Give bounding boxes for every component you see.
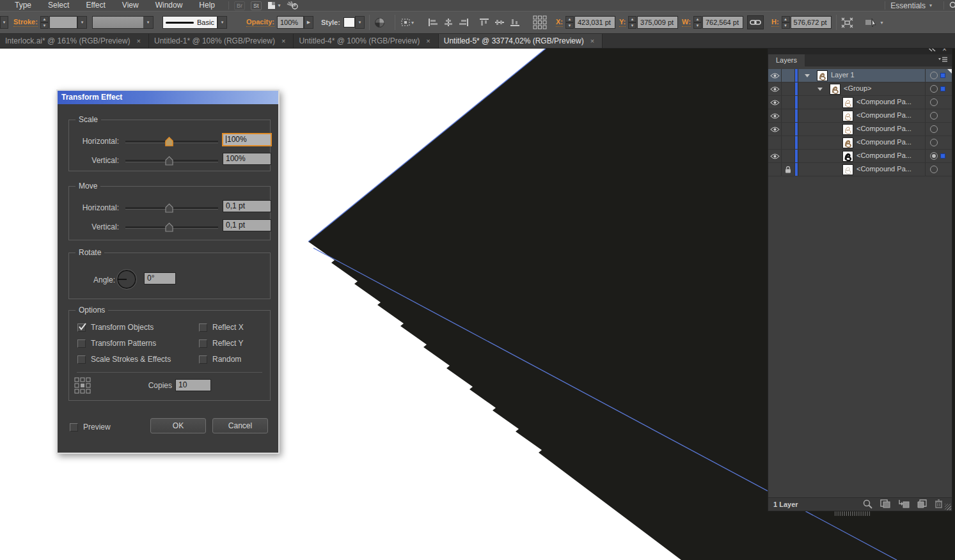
layer-thumbnail[interactable] [842, 111, 853, 121]
align-center-vertical-icon[interactable] [494, 18, 505, 27]
x-link-label[interactable]: X: [556, 18, 563, 27]
reflect-x-option[interactable]: Reflect X [199, 322, 244, 332]
layer-thumbnail[interactable] [842, 164, 853, 175]
target-circle-icon[interactable] [930, 112, 938, 120]
visibility-eye-icon[interactable] [768, 82, 782, 95]
artboard-options-icon[interactable]: ▾ [400, 17, 414, 27]
angle-dial[interactable] [116, 268, 138, 290]
visibility-eye-icon[interactable] [768, 96, 782, 109]
layer-thumbnail[interactable] [817, 70, 828, 81]
target-circle-icon[interactable] [930, 139, 938, 146]
delete-layer-icon[interactable] [935, 499, 943, 509]
scale-horizontal-field[interactable]: 100% [223, 134, 271, 146]
target-circle-icon[interactable] [930, 85, 938, 93]
visibility-eye-icon[interactable] [768, 69, 782, 82]
search-icon[interactable] [949, 1, 955, 10]
layer-row-4[interactable]: <Compound Pa... [768, 109, 952, 123]
layer-name-label[interactable]: <Compound Pa... [856, 152, 912, 159]
lock-toggle-empty[interactable] [782, 82, 795, 95]
select-similar-icon[interactable]: ▾ [865, 17, 883, 27]
reflect-y-checkbox[interactable] [199, 339, 207, 348]
align-right-icon[interactable] [459, 18, 469, 27]
target-circle-icon[interactable] [930, 98, 938, 106]
layer-name-label[interactable]: <Compound Pa... [856, 138, 912, 146]
layer-row-3[interactable]: <Compound Pa... [768, 96, 952, 109]
document-setup-icon[interactable] [374, 17, 385, 28]
scale-vertical-slider[interactable] [125, 155, 218, 166]
disclosure-triangle-icon[interactable] [805, 74, 810, 77]
layer-name-label[interactable]: <Compound Pa... [856, 165, 912, 173]
visibility-eye-icon[interactable] [768, 109, 782, 122]
move-vertical-slider[interactable] [125, 222, 218, 232]
layer-name-label[interactable]: <Group> [844, 84, 871, 92]
h-stepper[interactable]: ▲▼ [782, 16, 790, 29]
w-link-label[interactable]: W: [682, 18, 691, 27]
reflect-y-option[interactable]: Reflect Y [199, 338, 243, 348]
stroke-link-label[interactable]: Stroke: [13, 18, 38, 27]
menu-item-view[interactable]: View [114, 0, 147, 11]
menu-item-type[interactable]: Type [6, 0, 40, 11]
layers-panel-tab[interactable]: Layers [768, 54, 805, 66]
target-circle-icon[interactable] [930, 72, 938, 79]
stroke-weight-stepper[interactable]: ▲▼ [40, 16, 49, 29]
arrange-documents-icon[interactable]: ▾ [267, 1, 281, 10]
w-stepper[interactable]: ▲▼ [693, 16, 702, 29]
transform-patterns-option[interactable]: Transform Patterns [77, 338, 156, 348]
w-field[interactable]: 762,564 pt [702, 16, 743, 29]
free-transform-icon[interactable] [841, 17, 853, 28]
fill-dropdown-fragment[interactable]: ▾ [0, 16, 8, 29]
y-field[interactable]: 375,009 pt [637, 16, 678, 29]
layer-name-label[interactable]: <Compound Pa... [856, 111, 912, 119]
selection-color-square[interactable] [940, 73, 945, 78]
target-circle-icon[interactable] [930, 166, 938, 173]
lock-toggle-empty[interactable] [782, 109, 795, 122]
y-link-label[interactable]: Y: [619, 18, 626, 27]
document-tab-4[interactable]: Untitled-5* @ 33774,02% (RGB/Preview)× [439, 34, 603, 48]
new-sublayer-icon[interactable] [898, 499, 910, 509]
lock-toggle-empty[interactable] [782, 69, 795, 82]
menu-item-effect[interactable]: Effect [77, 0, 113, 11]
move-horizontal-slider[interactable] [125, 203, 218, 213]
layer-thumbnail[interactable] [842, 151, 853, 162]
tab-close-icon[interactable]: × [426, 37, 430, 45]
style-swatch[interactable] [343, 17, 355, 27]
angle-field[interactable]: 0° [144, 272, 176, 284]
tab-close-icon[interactable]: × [281, 37, 285, 45]
layer-thumbnail[interactable] [842, 137, 853, 148]
cancel-button[interactable]: Cancel [212, 418, 268, 433]
y-stepper[interactable]: ▲▼ [628, 16, 636, 29]
panel-drag-grip[interactable] [835, 511, 871, 516]
locate-object-icon[interactable] [863, 499, 872, 510]
random-checkbox[interactable] [199, 355, 207, 364]
brush-definition-dropdown-arrow[interactable]: ▾ [217, 16, 227, 29]
stroke-profile-dropdown[interactable]: ▾ [92, 16, 154, 29]
menu-item-help[interactable]: Help [191, 0, 223, 11]
selection-color-square[interactable] [940, 86, 945, 91]
stroke-weight-field[interactable] [49, 16, 77, 29]
h-field[interactable]: 576,672 pt [791, 16, 832, 29]
style-dropdown-arrow[interactable]: ▾ [355, 16, 365, 29]
layer-name-label[interactable]: <Compound Pa... [856, 98, 912, 105]
dialog-title-bar[interactable]: Transform Effect [58, 91, 278, 104]
transform-objects-checkbox[interactable] [77, 323, 86, 332]
tab-close-icon[interactable]: × [590, 37, 594, 45]
lock-toggle-empty[interactable] [782, 123, 795, 136]
document-tab-2[interactable]: Untitled-1* @ 108% (RGB/Preview)× [149, 34, 294, 48]
move-vertical-field[interactable]: 0,1 pt [223, 219, 271, 231]
layer-row-6[interactable]: <Compound Pa... [768, 136, 952, 150]
align-center-horizontal-icon[interactable] [443, 18, 454, 27]
lock-icon[interactable] [782, 163, 795, 176]
visibility-eye-icon[interactable] [768, 123, 782, 136]
lock-toggle-empty[interactable] [782, 96, 795, 109]
menu-item-select[interactable]: Select [40, 0, 77, 11]
reference-point-grid-icon[interactable] [533, 15, 547, 29]
layer-thumbnail[interactable] [842, 124, 853, 135]
ok-button[interactable]: OK [150, 418, 206, 433]
layer-row-2[interactable]: <Group> [768, 82, 952, 96]
align-bottom-icon[interactable] [510, 18, 520, 27]
random-option[interactable]: Random [199, 354, 241, 364]
document-tab-3[interactable]: Untitled-4* @ 100% (RGB/Preview)× [294, 34, 438, 48]
h-link-label[interactable]: H: [771, 18, 779, 27]
opacity-link-label[interactable]: Opacity: [246, 18, 274, 27]
panel-menu-icon[interactable] [938, 56, 948, 65]
